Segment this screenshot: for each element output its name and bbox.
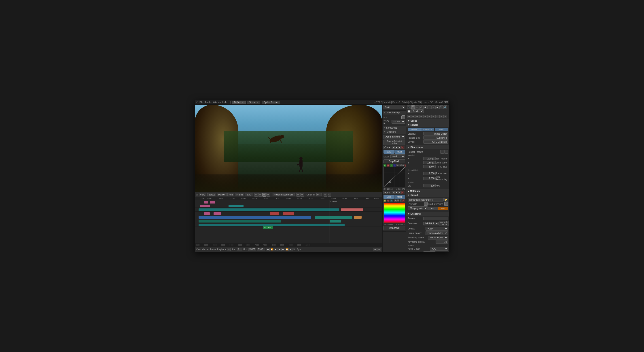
- aspect-y-input[interactable]: [423, 177, 436, 180]
- strip-4c[interactable]: [270, 212, 279, 215]
- rp-icon-2[interactable]: ⊡: [411, 115, 415, 118]
- seq-icon-2[interactable]: ⊡: [258, 193, 262, 196]
- strip-6b[interactable]: [330, 220, 341, 222]
- aspect-x-input[interactable]: [423, 172, 436, 175]
- seq-icon-6[interactable]: ⊟: [300, 193, 304, 196]
- view-settings-header[interactable]: ▼ View Settings: [382, 111, 406, 114]
- strip-4a[interactable]: [204, 212, 210, 215]
- strip-1b[interactable]: [210, 201, 215, 204]
- scene-icon-mat[interactable]: ⬡: [419, 105, 423, 109]
- modifiers-header[interactable]: ▼ Modifiers: [382, 130, 406, 134]
- ch-icon-1[interactable]: ⊞: [396, 164, 399, 166]
- menu-render[interactable]: Render: [204, 101, 212, 104]
- overwrite-toggle[interactable]: ✓: [424, 202, 428, 206]
- proxy-select[interactable]: No proxy, full re: [392, 120, 405, 124]
- bb-view[interactable]: View: [196, 248, 201, 251]
- format-select[interactable]: FFmpeg video: [408, 206, 428, 210]
- scene-icon-view[interactable]: 👁: [415, 105, 419, 109]
- channel-dropdown[interactable]: Render: [411, 109, 424, 113]
- timeline-tracks[interactable]: 01:28+30 F_13342: [195, 200, 382, 243]
- scene-header[interactable]: ▼ Scene: [406, 119, 449, 123]
- curve-close-btn[interactable]: ✕: [402, 146, 404, 149]
- bw-btn[interactable]: BW: [428, 207, 438, 210]
- rp-icon-1[interactable]: ⊞: [407, 115, 411, 118]
- output-path-input[interactable]: [408, 198, 444, 202]
- audio-codec-select[interactable]: AAC: [430, 247, 448, 251]
- bb-playback[interactable]: Playback: [217, 248, 226, 251]
- hue-icon-2[interactable]: ▼: [395, 191, 398, 194]
- playback-icon[interactable]: ⊡: [227, 248, 230, 251]
- dimensions-header[interactable]: ▼ Dimensions: [406, 145, 449, 149]
- device-input[interactable]: GPU Compute: [423, 140, 448, 144]
- bb-frame[interactable]: Frame: [210, 248, 216, 251]
- display-input[interactable]: Image Editor: [423, 132, 448, 136]
- render-header[interactable]: ▼ Render: [406, 123, 449, 127]
- rp-icon-10[interactable]: ⊛: [444, 115, 447, 118]
- seq-strip-btn[interactable]: Strip: [245, 193, 252, 196]
- seq-icon-3[interactable]: ⊟: [262, 193, 266, 196]
- seq-icon-1[interactable]: ⊞: [254, 193, 258, 196]
- strip-3b[interactable]: [341, 208, 364, 211]
- h-btn[interactable]: H: [384, 200, 386, 202]
- play-forward[interactable]: ▶: [281, 248, 285, 251]
- end-frame-input[interactable]: [248, 248, 256, 251]
- channel-r[interactable]: R: [387, 164, 390, 166]
- encoding-header[interactable]: ▼ Encoding: [406, 212, 449, 216]
- tab-cycles[interactable]: Cycles Render: [262, 101, 280, 104]
- menu-help[interactable]: Help: [222, 101, 227, 104]
- seq-marker-btn[interactable]: Marker: [217, 193, 226, 196]
- current-frame-input[interactable]: [257, 248, 265, 251]
- scene-icon-render[interactable]: 🎬: [411, 105, 415, 109]
- seq-icon-8[interactable]: ⊡: [328, 193, 331, 196]
- hsv-icon-2[interactable]: ⊡: [397, 200, 399, 202]
- mask-btn-bottom[interactable]: Mask: [394, 195, 405, 199]
- codec-select[interactable]: H.264: [426, 227, 448, 230]
- hue-icon-3[interactable]: ▲: [398, 191, 401, 194]
- menu-window[interactable]: Window: [213, 101, 221, 104]
- display-mode-select[interactable]: Solid: [383, 105, 406, 109]
- start-frame-input[interactable]: [237, 248, 242, 251]
- tab-scene[interactable]: Scene ✕: [247, 101, 260, 104]
- scene-icon-tex[interactable]: ⬢: [423, 105, 427, 109]
- seq-icon-5[interactable]: ⊞: [296, 193, 300, 196]
- rp-icon-9[interactable]: ⊚: [440, 115, 443, 118]
- mask-select[interactable]: Mask: [390, 154, 405, 158]
- render-tab-render[interactable]: Render: [408, 128, 421, 131]
- play-prev-frame[interactable]: ⏪: [270, 248, 274, 251]
- play-jump-end[interactable]: ⏭: [289, 248, 292, 251]
- rp-icon-5[interactable]: ⊕: [423, 115, 427, 118]
- ch-icon-2[interactable]: ⊡: [399, 164, 402, 166]
- strip-btn-bottom[interactable]: Strip: [384, 195, 394, 199]
- color-gradient[interactable]: [384, 202, 405, 223]
- strip-blue-main[interactable]: [198, 216, 311, 219]
- strip-4d[interactable]: [283, 212, 294, 215]
- quality-select[interactable]: Perceptually lossless: [426, 231, 448, 235]
- strip-1a[interactable]: [204, 201, 208, 204]
- bb-icon-2[interactable]: ⊡: [377, 248, 381, 251]
- curve-icon-3[interactable]: ▲: [398, 146, 401, 149]
- strip-btn-top[interactable]: Strip: [384, 150, 394, 154]
- container-select[interactable]: MPEG-4: [423, 222, 439, 226]
- seq-select-btn[interactable]: Select: [207, 193, 216, 196]
- play-stop[interactable]: ■: [278, 248, 281, 251]
- hsv-close[interactable]: ✕: [402, 200, 405, 202]
- curve-icon-2[interactable]: ▼: [395, 146, 398, 149]
- seq-icon-7[interactable]: ⊞: [324, 193, 327, 196]
- rp-icon-3[interactable]: ⊟: [415, 115, 419, 118]
- strip-2b[interactable]: [228, 205, 244, 207]
- play-next-frame[interactable]: ⏩: [285, 248, 289, 251]
- scene-icon-obj[interactable]: ⬛: [440, 105, 443, 109]
- scene-icon-part[interactable]: ✦: [427, 105, 431, 109]
- feature-input[interactable]: Supported: [423, 136, 448, 140]
- scene-icon-cam[interactable]: 📷: [407, 105, 411, 109]
- hsv-icon-3[interactable]: ⊟: [400, 200, 402, 202]
- channel-c[interactable]: C: [384, 164, 386, 166]
- channel-b[interactable]: B: [393, 164, 396, 166]
- scene-icon-data[interactable]: ⬜: [407, 110, 411, 114]
- presets-add[interactable]: +: [440, 150, 444, 154]
- output-folder-btn[interactable]: 📁: [444, 198, 448, 202]
- seq-frame-btn[interactable]: Frame: [235, 193, 244, 196]
- res-pct-input[interactable]: [423, 165, 436, 168]
- strip-6a[interactable]: [198, 220, 281, 222]
- hue-icon-1[interactable]: ⊞: [392, 191, 395, 194]
